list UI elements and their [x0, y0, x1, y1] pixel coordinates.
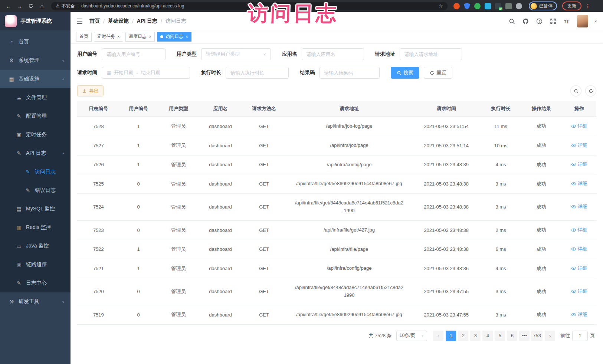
tab-access-log[interactable]: 访问日志×: [157, 32, 191, 42]
user-id-input[interactable]: [102, 48, 166, 60]
green-extension-icon[interactable]: [474, 3, 481, 9]
table-row: 75230管理员dashboardGET/api/infra/file/get/…: [77, 220, 596, 240]
next-page-button[interactable]: ›: [545, 331, 555, 341]
fullscreen-icon[interactable]: [550, 17, 557, 25]
avatar-caret-icon[interactable]: ∨: [594, 20, 597, 23]
page-ellipsis[interactable]: •••: [519, 331, 530, 341]
detail-link[interactable]: 详细: [571, 311, 587, 318]
an-extension-icon[interactable]: an: [495, 3, 501, 9]
user-type-select[interactable]: 请选择用户类型 ∨: [201, 48, 271, 60]
request-time-range-picker[interactable]: ▦ 开始日期 - 结束日期: [102, 67, 190, 79]
detail-link[interactable]: 详细: [571, 246, 587, 252]
font-size-icon[interactable]: тT: [563, 17, 571, 25]
breadcrumb-item[interactable]: API 日志: [137, 18, 157, 24]
detail-link[interactable]: 详细: [571, 142, 587, 149]
sidebar-item-error-log[interactable]: ✎错误日志: [0, 181, 71, 200]
profile-avatar: [531, 3, 537, 9]
home-icon[interactable]: ⌂: [37, 1, 47, 10]
tab-home[interactable]: 首页: [76, 32, 92, 42]
sidebar-item-infrastructure[interactable]: ▦基础设施∧: [0, 70, 71, 88]
address-bar[interactable]: ⚠ 不安全 | dashboard.yudao.iocoder.cn/infra…: [51, 2, 448, 10]
sidebar-item-log-center[interactable]: ✎日志中心: [0, 274, 71, 292]
page-button-5[interactable]: 5: [495, 331, 505, 341]
tab-schedule-log[interactable]: 调度日志×: [125, 32, 155, 42]
sidebar-item-api-logs[interactable]: ✎API 日志∧: [0, 144, 71, 163]
detail-link[interactable]: 详细: [571, 123, 587, 129]
search-icon[interactable]: [508, 17, 516, 25]
breadcrumb-item[interactable]: 基础设施: [108, 18, 129, 24]
security-warning[interactable]: ⚠ 不安全: [56, 3, 75, 9]
help-icon[interactable]: ?: [536, 17, 543, 25]
sidebar-item-access-log[interactable]: ✎访问日志: [0, 163, 71, 181]
reload-icon[interactable]: [26, 1, 36, 10]
refresh-table-button[interactable]: [585, 85, 596, 96]
app-name-input[interactable]: [302, 48, 364, 60]
detail-link-label: 详细: [578, 311, 587, 318]
orange-extension-icon[interactable]: [453, 3, 460, 9]
sidebar-logo[interactable]: 芋道管理系统: [0, 12, 71, 30]
sidebar-item-mysql-monitor[interactable]: ▤MySQL 监控: [0, 200, 71, 218]
cell-actions: 详细: [562, 259, 596, 278]
cell-request-time: 2021-05-03 23:48:39: [412, 155, 481, 174]
sidebar-item-label: 系统管理: [19, 57, 39, 64]
search-button[interactable]: 搜索: [391, 67, 419, 79]
export-button[interactable]: 导出: [77, 85, 104, 96]
close-icon[interactable]: ×: [186, 35, 188, 39]
browser-update-button[interactable]: 更新: [562, 1, 581, 10]
prev-page-button[interactable]: ‹: [433, 331, 443, 341]
breadcrumb-item[interactable]: 首页: [89, 18, 100, 24]
detail-link[interactable]: 详细: [571, 203, 587, 210]
forward-icon[interactable]: →: [15, 1, 24, 10]
cell-user-id: 1: [120, 136, 157, 155]
cell-duration: 4 ms: [481, 259, 520, 278]
grid-extension-icon[interactable]: [485, 3, 491, 9]
duration-input[interactable]: [226, 67, 289, 79]
tab-label: 定时任务: [97, 33, 115, 40]
back-icon[interactable]: ←: [4, 1, 13, 10]
user-avatar[interactable]: [577, 15, 588, 27]
cell-app-name: dashboard: [200, 155, 241, 174]
page-button-753[interactable]: 753: [531, 331, 543, 341]
request-url-input[interactable]: [400, 48, 462, 60]
cell-user-id: 0: [120, 174, 157, 194]
sidebar-item-redis-monitor[interactable]: ▥Redis 监控: [0, 218, 71, 237]
result-code-input[interactable]: [319, 67, 380, 79]
sidebar-item-home[interactable]: ◔首页: [0, 33, 71, 51]
sidebar-item-java-monitor[interactable]: ▭Java 监控: [0, 237, 71, 255]
detail-link[interactable]: 详细: [571, 265, 587, 272]
browser-menu-icon[interactable]: ⋮: [585, 3, 590, 9]
detail-link[interactable]: 详细: [571, 227, 587, 233]
sidebar-item-file-management[interactable]: ☁文件管理: [0, 88, 71, 107]
menu-fold-icon[interactable]: ☰: [76, 17, 83, 26]
github-icon[interactable]: [522, 17, 530, 25]
sidebar-item-trace[interactable]: ◎链路追踪: [0, 255, 71, 274]
sidebar-item-config-management[interactable]: ✎配置管理: [0, 107, 71, 125]
cell-app-name: dashboard: [200, 278, 241, 305]
toggle-search-button[interactable]: [570, 85, 581, 96]
close-icon[interactable]: ×: [117, 35, 120, 39]
detail-link[interactable]: 详细: [571, 288, 587, 295]
cell-user-type: 管理员: [157, 220, 200, 240]
page-button-4[interactable]: 4: [482, 331, 493, 341]
browser-profile-button[interactable]: 已暂停: [529, 1, 557, 10]
shield-extension-icon[interactable]: [464, 3, 470, 9]
column-header: 应用名: [200, 101, 241, 117]
page-button-6[interactable]: 6: [507, 331, 517, 341]
bookmark-star-icon[interactable]: ☆: [438, 3, 443, 9]
detail-link[interactable]: 详细: [571, 180, 587, 187]
sidebar-item-dev-tools[interactable]: ⚒研发工具∨: [0, 292, 71, 311]
paw-extension-icon[interactable]: [516, 3, 522, 9]
page-button-1[interactable]: 1: [446, 331, 456, 341]
sidebar-item-scheduled-tasks[interactable]: ▣定时任务: [0, 125, 71, 144]
page-button-3[interactable]: 3: [470, 331, 481, 341]
goto-page-input[interactable]: [572, 331, 588, 341]
close-icon[interactable]: ×: [149, 35, 151, 39]
gray-extension-icon[interactable]: [505, 3, 512, 9]
sidebar-item-system-management[interactable]: ⚙系统管理∨: [0, 51, 71, 70]
page-size-select[interactable]: 10条/页 ∨: [396, 331, 427, 341]
cell-log-id: 7526: [77, 155, 120, 174]
reset-button[interactable]: 重置: [424, 67, 452, 79]
page-button-2[interactable]: 2: [458, 331, 468, 341]
detail-link[interactable]: 详细: [571, 161, 587, 168]
tab-scheduled-tasks[interactable]: 定时任务×: [94, 32, 123, 42]
